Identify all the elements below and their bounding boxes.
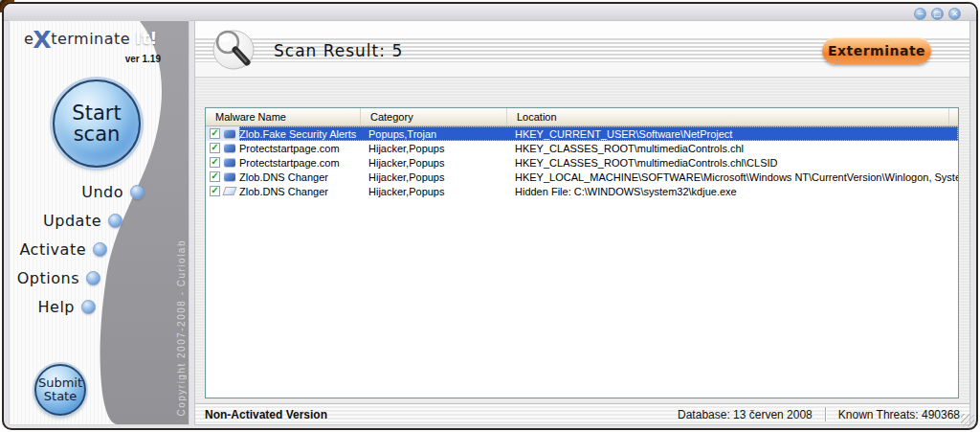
cell-malware-name: Zlob.Fake Security Alerts: [239, 128, 361, 140]
app-window: −□✕ eXterminateIt! ver 1.19 Start scan U…: [2, 2, 978, 430]
cell-category: Hijacker,Popups: [361, 143, 507, 154]
results-table: Malware NameCategoryLocation ✓Zlob.Fake …: [205, 107, 959, 398]
database-date-label: Database: 13 červen 2008: [665, 408, 825, 421]
minimize-button[interactable]: −: [914, 8, 926, 20]
sidebar: eXterminateIt! ver 1.19 Start scan UndoU…: [9, 20, 189, 425]
menu-label: Update: [43, 212, 101, 230]
check-icon: ✓: [211, 143, 218, 152]
checkbox[interactable]: ✓: [210, 186, 220, 196]
table-row[interactable]: ✓Zlob.DNS ChangerHijacker,PopupsHidden F…: [206, 184, 958, 198]
cell-location: HKEY_CLASSES_ROOT\multimediaControls.chl…: [507, 157, 958, 169]
cell-category: Popups,Trojan: [361, 128, 507, 140]
sidebar-item-activate[interactable]: Activate: [19, 239, 107, 259]
close-button[interactable]: ✕: [948, 8, 961, 20]
bullet-icon: [93, 242, 107, 257]
malware-icon: [224, 172, 235, 181]
main-panel: Scan Result: 5 Exterminate Malware NameC…: [194, 20, 970, 425]
menu-label: Options: [17, 269, 79, 287]
cell-location: Hidden File: C:\WINDOWS\system32\kdjue.e…: [507, 186, 958, 197]
column-header-location[interactable]: Location: [507, 108, 949, 125]
row-checkbox-cell: ✓: [206, 126, 224, 141]
row-checkbox-cell: ✓: [206, 155, 224, 170]
copyright-label: Copyright 2007-2008 - Curiolab: [176, 239, 187, 417]
check-icon: ✓: [211, 128, 218, 138]
exterminate-button[interactable]: Exterminate: [822, 37, 931, 64]
row-icon-cell: [224, 170, 239, 184]
check-icon: ✓: [211, 157, 218, 167]
sidebar-item-options[interactable]: Options: [17, 268, 100, 287]
table-row[interactable]: ✓Protectstartpage.comHijacker,PopupsHKEY…: [206, 155, 958, 170]
column-header-stub: [949, 108, 958, 125]
status-bar: Non-Activated Version Database: 13 červe…: [195, 403, 969, 424]
cell-malware-name: Protectstartpage.com: [239, 157, 361, 169]
row-icon-cell: [224, 184, 239, 198]
cell-category: Hijacker,Popups: [361, 186, 507, 197]
menu-label: Activate: [19, 240, 86, 259]
sidebar-item-update[interactable]: Update: [43, 211, 122, 230]
cell-location: HKEY_CLASSES_ROOT\multimediaControls.chl: [507, 143, 958, 154]
row-checkbox-cell: ✓: [206, 141, 224, 155]
row-icon-cell: [224, 155, 239, 170]
sidebar-item-help[interactable]: Help: [38, 297, 96, 316]
bullet-icon: [86, 271, 100, 285]
known-threats-label: Known Threats: 490368: [826, 408, 969, 421]
cell-location: HKEY_LOCAL_MACHINE\SOFTWARE\Microsoft\Wi…: [507, 171, 958, 183]
row-main: Zlob.Fake Security AlertsPopups,TrojanHK…: [239, 126, 958, 141]
table-row[interactable]: ✓Zlob.DNS ChangerHijacker,PopupsHKEY_LOC…: [206, 170, 958, 184]
checkbox[interactable]: ✓: [210, 128, 220, 139]
cell-location: HKEY_CURRENT_USER\Software\NetProject: [507, 128, 958, 140]
table-row[interactable]: ✓Protectstartpage.comHijacker,PopupsHKEY…: [206, 141, 958, 155]
row-main: Protectstartpage.comHijacker,PopupsHKEY_…: [239, 155, 958, 170]
malware-icon: [224, 144, 235, 152]
table-body: ✓Zlob.Fake Security AlertsPopups,TrojanH…: [206, 126, 958, 198]
screen: −□✕ eXterminateIt! ver 1.19 Start scan U…: [0, 0, 980, 432]
table-header: Malware NameCategoryLocation: [206, 108, 958, 126]
check-icon: ✓: [211, 171, 218, 181]
menu-label: Help: [38, 298, 75, 316]
column-header-category[interactable]: Category: [361, 108, 507, 125]
header-band-bottom: [195, 62, 969, 78]
cell-malware-name: Protectstartpage.com: [239, 143, 361, 154]
bullet-icon: [81, 300, 96, 314]
row-checkbox-cell: ✓: [206, 184, 224, 198]
checkbox[interactable]: ✓: [210, 143, 220, 153]
maximize-button[interactable]: □: [931, 8, 944, 20]
row-checkbox-cell: ✓: [206, 170, 224, 184]
scan-result-title: Scan Result: 5: [274, 41, 403, 60]
header-band-top: [195, 21, 969, 36]
row-main: Protectstartpage.comHijacker,PopupsHKEY_…: [239, 141, 958, 155]
titlebar[interactable]: [4, 4, 976, 21]
cell-malware-name: Zlob.DNS Changer: [239, 186, 361, 197]
submit-state-button[interactable]: Submit State: [34, 364, 86, 416]
search-icon: [211, 27, 256, 73]
submit-line1: Submit: [38, 376, 82, 390]
malware-icon: [224, 158, 235, 167]
cell-malware-name: Zlob.DNS Changer: [239, 171, 361, 183]
row-icon-cell: [224, 141, 239, 155]
row-main: Zlob.DNS ChangerHijacker,PopupsHidden Fi…: [239, 184, 958, 198]
bullet-icon: [130, 185, 145, 199]
row-main: Zlob.DNS ChangerHijacker,PopupsHKEY_LOCA…: [239, 170, 958, 184]
file-icon: [222, 187, 236, 195]
column-header-malware-name[interactable]: Malware Name: [206, 108, 361, 125]
submit-line2: State: [44, 390, 77, 403]
check-icon: ✓: [211, 186, 218, 195]
checkbox[interactable]: ✓: [210, 157, 220, 168]
row-icon-cell: [224, 126, 239, 141]
cell-category: Hijacker,Popups: [361, 157, 507, 169]
resize-grip[interactable]: [961, 414, 974, 426]
sidebar-menu: UndoUpdateActivateOptionsHelp: [10, 21, 189, 424]
sidebar-item-undo[interactable]: Undo: [81, 182, 145, 201]
malware-icon: [224, 129, 235, 138]
window-controls: −□✕: [914, 8, 961, 20]
cell-category: Hijacker,Popups: [361, 171, 507, 183]
bullet-icon: [108, 214, 122, 228]
menu-label: Undo: [81, 183, 123, 201]
checkbox[interactable]: ✓: [210, 171, 220, 182]
table-row[interactable]: ✓Zlob.Fake Security AlertsPopups,TrojanH…: [206, 126, 958, 141]
activation-status-label: Non-Activated Version: [195, 408, 665, 421]
